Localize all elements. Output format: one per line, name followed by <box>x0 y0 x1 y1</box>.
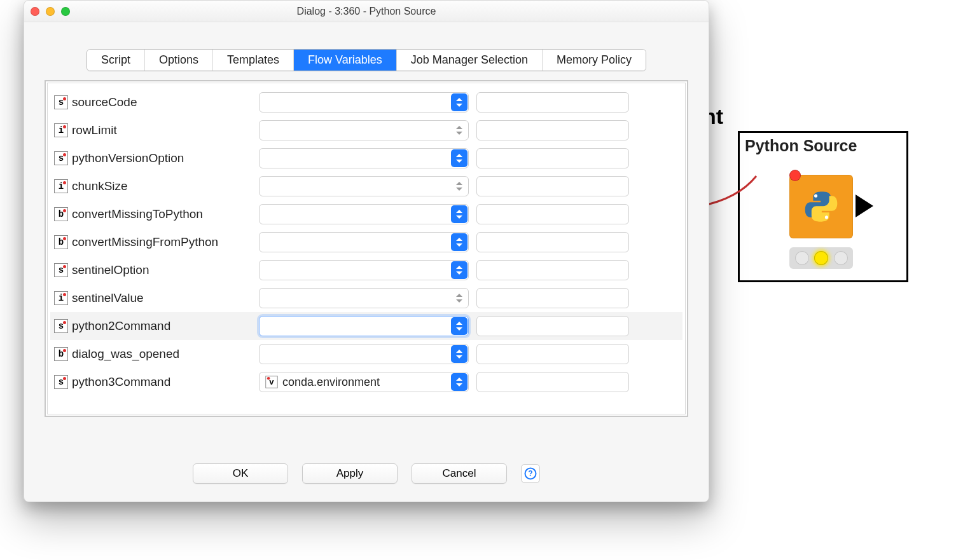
svg-marker-19 <box>456 322 462 325</box>
minimize-window-icon[interactable] <box>46 7 55 16</box>
flow-var-combo[interactable] <box>259 148 469 168</box>
close-window-icon[interactable] <box>31 7 39 16</box>
flow-var-text-input[interactable] <box>476 372 629 392</box>
type-s-icon: s <box>54 151 68 165</box>
flow-var-text-input[interactable] <box>476 260 629 280</box>
svg-marker-4 <box>456 104 462 107</box>
ok-button[interactable]: OK <box>193 463 288 484</box>
help-button[interactable]: ? <box>521 464 540 483</box>
flow-var-label: isentinelValue <box>53 291 251 305</box>
combo-stepper-icon[interactable] <box>451 233 468 251</box>
flow-var-combo[interactable] <box>259 204 469 224</box>
flow-var-label: bdialog_was_opened <box>53 347 251 361</box>
flow-var-row-convertMissingFromPython: bconvertMissingFromPython <box>50 228 683 256</box>
svg-marker-22 <box>456 355 462 359</box>
flow-var-combo[interactable]: vconda.environment <box>259 372 469 392</box>
svg-marker-15 <box>456 266 462 269</box>
flow-var-combo[interactable] <box>259 232 469 252</box>
flow-var-text-input[interactable] <box>476 204 629 224</box>
flow-var-text-input[interactable] <box>476 176 629 196</box>
flow-var-text-input[interactable] <box>476 288 629 308</box>
svg-marker-11 <box>456 210 462 213</box>
node-input-wire-icon <box>700 165 796 215</box>
combo-stepper-icon <box>451 177 468 195</box>
tab-flow-variables[interactable]: Flow Variables <box>294 50 397 71</box>
svg-text:?: ? <box>528 469 532 478</box>
flow-var-row-convertMissingToPython: bconvertMissingToPython <box>50 200 683 228</box>
python-source-node[interactable]: Python Source <box>738 131 908 282</box>
flow-var-text-input[interactable] <box>476 316 629 336</box>
flow-var-combo[interactable] <box>259 176 469 196</box>
type-s-icon: s <box>54 95 68 109</box>
svg-marker-14 <box>456 243 462 247</box>
flow-var-combo[interactable] <box>259 120 469 140</box>
node-output-port-icon <box>856 195 873 217</box>
svg-marker-23 <box>456 378 462 381</box>
dialog-window: Dialog - 3:360 - Python Source ScriptOpt… <box>24 0 709 502</box>
flow-var-text-input[interactable] <box>476 148 629 168</box>
flow-var-combo[interactable] <box>259 316 469 336</box>
flow-variables-panel: ssourceCodeirowLimitspythonVersionOption… <box>45 80 688 417</box>
flow-var-text-input[interactable] <box>476 120 629 140</box>
flow-var-name: sourceCode <box>72 95 137 109</box>
combo-stepper-icon[interactable] <box>451 93 468 111</box>
status-dot-right-icon <box>834 251 848 265</box>
type-i-icon: i <box>54 123 68 137</box>
flow-var-label: bconvertMissingToPython <box>53 207 251 221</box>
flow-var-label: ssentinelOption <box>53 263 251 277</box>
tab-options[interactable]: Options <box>145 50 213 71</box>
cancel-button[interactable]: Cancel <box>412 463 507 484</box>
combo-type-v-icon: v <box>265 376 277 388</box>
flow-var-row-rowLimit: irowLimit <box>50 116 683 144</box>
flow-var-row-sourceCode: ssourceCode <box>50 88 683 116</box>
help-icon: ? <box>524 467 537 480</box>
combo-stepper-icon[interactable] <box>451 205 468 223</box>
type-s-icon: s <box>54 263 68 277</box>
apply-button[interactable]: Apply <box>302 463 398 484</box>
flow-var-name: convertMissingToPython <box>72 207 203 221</box>
tabbar: ScriptOptionsTemplatesFlow VariablesJob … <box>87 49 646 71</box>
svg-marker-20 <box>456 327 462 331</box>
type-i-icon: i <box>54 291 68 305</box>
svg-marker-8 <box>456 160 462 163</box>
flow-var-text-input[interactable] <box>476 232 629 252</box>
status-dot-middle-icon <box>814 251 828 265</box>
flow-var-text-input[interactable] <box>476 92 629 113</box>
tab-memory-policy[interactable]: Memory Policy <box>543 50 646 71</box>
svg-marker-3 <box>456 98 462 101</box>
flow-var-combo[interactable] <box>259 260 469 280</box>
flow-var-combo[interactable] <box>259 288 469 308</box>
flow-variables-list: ssourceCodeirowLimitspythonVersionOption… <box>47 83 686 414</box>
window-title: Dialog - 3:360 - Python Source <box>24 6 709 17</box>
svg-marker-5 <box>456 126 462 129</box>
flow-var-label: spython3Command <box>53 375 251 389</box>
svg-point-1 <box>825 215 828 219</box>
svg-marker-6 <box>456 132 462 135</box>
tab-templates[interactable]: Templates <box>213 50 294 71</box>
type-i-icon: i <box>54 179 68 193</box>
tab-job-manager-selection[interactable]: Job Manager Selection <box>397 50 543 71</box>
combo-stepper-icon[interactable] <box>451 317 468 335</box>
flow-var-combo[interactable] <box>259 92 469 113</box>
type-s-icon: s <box>54 375 68 389</box>
flow-var-name: python3Command <box>72 375 170 389</box>
svg-marker-13 <box>456 238 462 241</box>
svg-marker-24 <box>456 383 462 386</box>
flow-var-name: pythonVersionOption <box>72 151 184 165</box>
combo-stepper-icon[interactable] <box>451 373 468 391</box>
flow-var-row-python2Command: spython2Command <box>50 312 683 340</box>
combo-stepper-icon[interactable] <box>451 261 468 279</box>
node-body <box>740 133 906 280</box>
combo-stepper-icon[interactable] <box>451 345 468 363</box>
svg-point-0 <box>814 195 817 198</box>
tab-script[interactable]: Script <box>87 50 145 71</box>
flow-var-row-pythonVersionOption: spythonVersionOption <box>50 144 683 172</box>
flow-var-combo[interactable] <box>259 344 469 364</box>
svg-marker-21 <box>456 350 462 353</box>
combo-value: conda.environment <box>282 376 447 389</box>
svg-marker-7 <box>456 154 462 157</box>
python-logo-icon <box>804 189 838 224</box>
combo-stepper-icon[interactable] <box>451 149 468 167</box>
zoom-window-icon[interactable] <box>61 7 70 16</box>
flow-var-text-input[interactable] <box>476 344 629 364</box>
